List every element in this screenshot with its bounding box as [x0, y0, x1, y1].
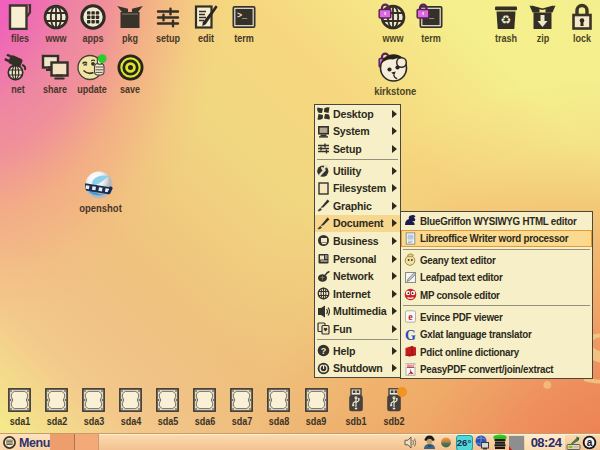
svg-text:?: ? — [321, 346, 327, 356]
svg-text:Acrobat: Acrobat — [405, 364, 416, 368]
svg-text:G: G — [405, 328, 416, 341]
svg-text:♻: ♻ — [501, 13, 512, 27]
svg-text:>_: >_ — [237, 11, 248, 21]
svg-text:e: e — [408, 311, 413, 322]
svg-text:a: a — [586, 437, 592, 448]
